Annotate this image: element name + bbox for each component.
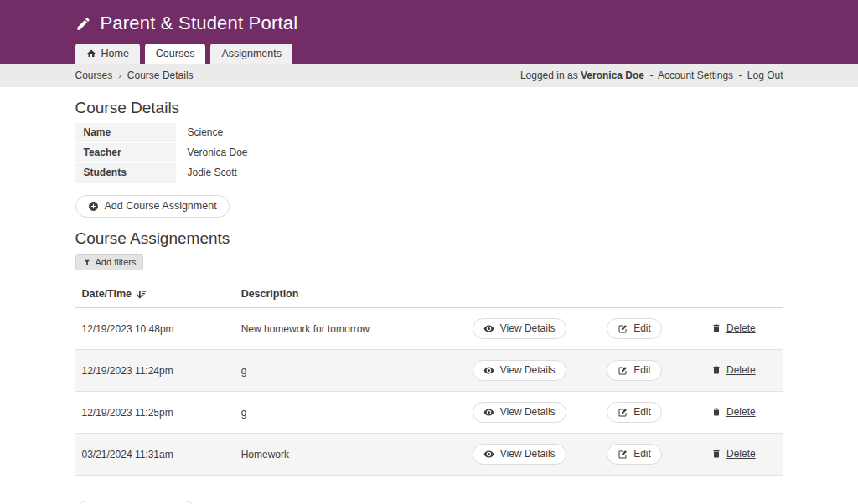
delete-label: Delete: [726, 406, 756, 418]
cell-datetime: 12/19/2023 10:48pm: [75, 308, 235, 350]
edit-label: Edit: [633, 323, 651, 334]
view-details-label: View Details: [500, 449, 556, 460]
main-content: Course Details Name Science Teacher Vero…: [75, 98, 783, 504]
table-row: 03/21/2024 11:31am Homework View Details…: [75, 434, 783, 476]
add-filters-label: Add filters: [96, 257, 137, 267]
cell-datetime: 03/21/2024 11:31am: [75, 434, 235, 476]
log-out-link[interactable]: Log Out: [747, 69, 783, 81]
session-separator: -: [738, 69, 742, 81]
delete-link[interactable]: Delete: [711, 322, 756, 334]
detail-label: Students: [75, 163, 176, 183]
cell-description: Homework: [235, 434, 454, 476]
column-header-description: Description: [235, 280, 454, 308]
edit-label: Edit: [633, 365, 651, 376]
column-header-actions: [684, 280, 783, 308]
detail-row-students: Students Jodie Scott: [75, 163, 783, 183]
add-course-assignment-label: Add Course Assignment: [105, 201, 217, 212]
cell-datetime: 12/19/2023 11:25pm: [75, 392, 235, 434]
filter-icon: [83, 258, 91, 266]
view-details-label: View Details: [500, 365, 556, 376]
breadcrumb-bar: Courses›Course Details Logged in as Vero…: [0, 64, 858, 87]
view-details-label: View Details: [500, 407, 556, 418]
edit-icon: [618, 324, 628, 334]
edit-button[interactable]: Edit: [607, 360, 662, 381]
column-label: Description: [241, 288, 299, 300]
edit-button[interactable]: Edit: [607, 318, 662, 339]
edit-button[interactable]: Edit: [607, 402, 662, 423]
sort-amount-icon[interactable]: [136, 289, 147, 300]
breadcrumb-link-course-details[interactable]: Course Details: [127, 69, 194, 81]
view-details-button[interactable]: View Details: [473, 318, 566, 339]
table-row: 12/19/2023 10:48pm New homework for tomo…: [75, 308, 783, 350]
view-details-label: View Details: [500, 323, 556, 334]
detail-row-name: Name Science: [75, 123, 783, 142]
tab-label: Assignments: [221, 48, 282, 59]
delete-label: Delete: [726, 322, 756, 334]
add-course-assignment-button[interactable]: Add Course Assignment: [75, 195, 230, 218]
trash-icon: [711, 323, 721, 333]
view-details-button[interactable]: View Details: [473, 402, 566, 423]
edit-label: Edit: [633, 449, 651, 460]
cell-datetime: 12/19/2023 11:24pm: [75, 350, 235, 392]
tab-courses[interactable]: Courses: [145, 44, 206, 64]
detail-value: Jodie Scott: [176, 163, 249, 183]
trash-icon: [711, 449, 721, 459]
detail-label: Name: [75, 123, 176, 142]
tab-label: Courses: [156, 48, 195, 59]
breadcrumb-separator: ›: [118, 70, 121, 80]
column-label: Date/Time: [82, 288, 132, 300]
cell-description: New homework for tomorrow: [235, 308, 454, 350]
column-header-actions: [585, 280, 684, 308]
edit-label: Edit: [633, 407, 651, 418]
table-row: 12/19/2023 11:24pm g View Details Edit D…: [75, 350, 783, 392]
assignments-table: Date/Time Description 12/19/2023 10:48pm…: [75, 280, 783, 476]
edit-icon: [618, 450, 628, 460]
delete-label: Delete: [726, 448, 756, 460]
session-user: Veronica Doe: [581, 69, 644, 81]
home-icon: [86, 49, 96, 59]
edit-icon: [618, 408, 628, 418]
breadcrumb-link-courses[interactable]: Courses: [75, 69, 113, 81]
eye-icon: [483, 365, 494, 376]
send-notification-button[interactable]: Send Notification: [75, 501, 197, 504]
column-header-actions: [454, 280, 585, 308]
tab-label: Home: [101, 48, 129, 59]
edit-icon: [618, 366, 628, 376]
main-nav: Home Courses Assignments: [75, 44, 783, 64]
table-header-row: Date/Time Description: [75, 280, 783, 308]
delete-link[interactable]: Delete: [711, 448, 756, 460]
course-assignments-heading: Course Assignements: [75, 229, 783, 248]
eye-icon: [483, 407, 494, 418]
tab-home[interactable]: Home: [75, 44, 140, 64]
app-header: Parent & Student Portal Home Courses Ass…: [0, 0, 858, 64]
view-details-button[interactable]: View Details: [473, 444, 566, 465]
trash-icon: [711, 365, 721, 375]
detail-row-teacher: Teacher Veronica Doe: [75, 143, 783, 162]
detail-label: Teacher: [75, 143, 176, 162]
cell-description: g: [235, 392, 454, 434]
edit-button[interactable]: Edit: [607, 444, 662, 465]
delete-label: Delete: [726, 364, 756, 376]
delete-link[interactable]: Delete: [711, 364, 756, 376]
breadcrumb: Courses›Course Details: [75, 69, 194, 81]
cell-description: g: [235, 350, 454, 392]
app-title: Parent & Student Portal: [101, 13, 298, 34]
eye-icon: [483, 449, 494, 460]
trash-icon: [711, 407, 721, 417]
pencil-icon: [75, 16, 91, 32]
table-row: 12/19/2023 11:25pm g View Details Edit D…: [75, 392, 783, 434]
tab-assignments[interactable]: Assignments: [210, 44, 292, 64]
add-filters-button[interactable]: Add filters: [75, 254, 144, 270]
account-settings-link[interactable]: Account Settings: [658, 69, 733, 81]
column-header-datetime[interactable]: Date/Time: [75, 280, 235, 308]
app-brand: Parent & Student Portal: [75, 13, 783, 34]
eye-icon: [483, 323, 494, 334]
course-details-heading: Course Details: [75, 98, 783, 117]
detail-value: Science: [176, 123, 235, 142]
session-info: Logged in as Veronica Doe - Account Sett…: [520, 69, 783, 81]
delete-link[interactable]: Delete: [711, 406, 756, 418]
plus-circle-icon: [88, 201, 99, 212]
session-separator: -: [649, 69, 653, 81]
session-prefix: Logged in as: [520, 69, 578, 81]
view-details-button[interactable]: View Details: [473, 360, 566, 381]
